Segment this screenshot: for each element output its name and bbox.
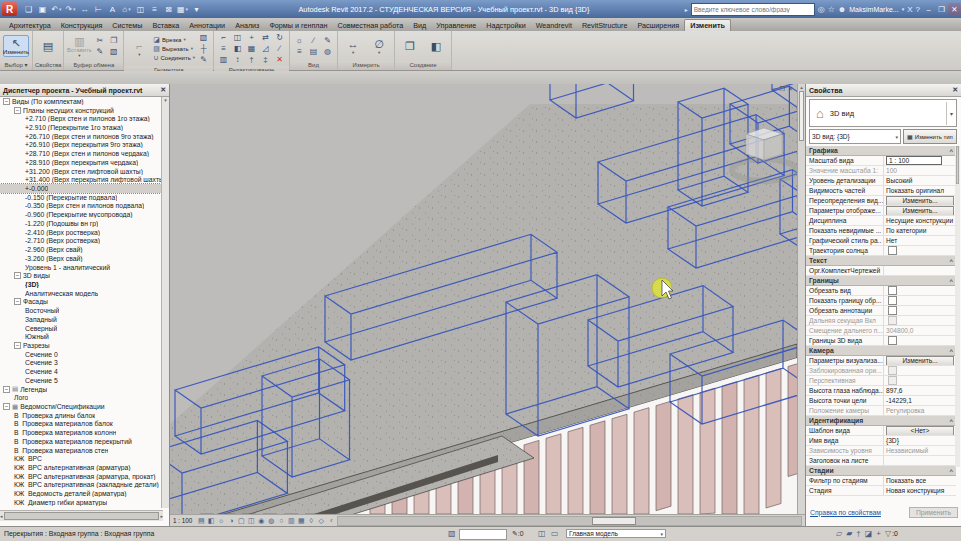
- cut-geometry-menu[interactable]: ◪Врезка▾: [153, 36, 195, 44]
- property-value[interactable]: Изменить...: [884, 196, 956, 205]
- ribbon-tab[interactable]: Аннотации: [184, 20, 230, 31]
- view-vertical-scrollbar[interactable]: ▴: [797, 84, 805, 514]
- sun-path-icon[interactable]: ☼: [216, 516, 226, 526]
- section-collapse-icon[interactable]: ^: [949, 148, 953, 154]
- browser-tree-item[interactable]: В_Проверка материалов стен: [0, 446, 163, 455]
- properties-section-header[interactable]: Камера^: [806, 346, 956, 356]
- type-selector[interactable]: ⌂ 3D вид ▾: [809, 99, 957, 127]
- create-assembly-button[interactable]: ◧: [424, 39, 448, 53]
- ribbon-tab[interactable]: Вставка: [147, 20, 184, 31]
- modify-button[interactable]: ↖Изменить: [3, 35, 29, 57]
- property-value[interactable]: -14229,1: [884, 396, 956, 405]
- property-checkbox[interactable]: [888, 296, 897, 305]
- design-options-icon[interactable]: ▭: [551, 529, 559, 538]
- thin-lines-icon[interactable]: ≡: [148, 3, 161, 15]
- exchange-apps-icon[interactable]: X: [907, 5, 912, 14]
- temporary-hide-isolate-icon[interactable]: ◍: [266, 516, 276, 526]
- ribbon-tab[interactable]: Weandrevit: [531, 20, 577, 31]
- browser-tree-item[interactable]: +31.400 (Верх перекрытия лифтовой шахты): [0, 175, 163, 184]
- project-browser-header[interactable]: Диспетчер проекта - Учебный проект.rvt ✕: [0, 84, 169, 97]
- chevron-down-icon[interactable]: ▾: [946, 102, 956, 125]
- match-properties-icon[interactable]: ▧: [108, 47, 120, 56]
- browser-tree-item[interactable]: В_Проверка длины балок: [0, 411, 163, 420]
- minimize-button[interactable]: –: [922, 3, 935, 15]
- array-icon[interactable]: ▦: [246, 44, 258, 53]
- reveal-hidden-elements-icon[interactable]: ○: [276, 516, 286, 526]
- copy-icon[interactable]: ❐: [108, 36, 120, 45]
- hidden-lines-icon[interactable]: ∕: [308, 36, 320, 45]
- chevron-down-icon[interactable]: ▾: [186, 6, 189, 12]
- close-icon[interactable]: ✕: [160, 86, 166, 94]
- ribbon-panel-title[interactable]: Буфер обмена: [64, 61, 123, 70]
- tree-expand-icon[interactable]: −: [14, 107, 21, 114]
- browser-tree-item[interactable]: +26.710 (Верх стен и пилонов 9го этажа): [0, 132, 163, 141]
- section-collapse-icon[interactable]: ^: [949, 258, 953, 264]
- filter-icon[interactable]: ▽: [885, 529, 891, 538]
- crop-view-icon[interactable]: ▢: [236, 516, 246, 526]
- ribbon-tab[interactable]: RevitStructure: [577, 20, 633, 31]
- property-checkbox[interactable]: [888, 306, 897, 315]
- browser-tree-item[interactable]: -2.960 (Верх свай): [0, 245, 163, 254]
- tree-expand-icon[interactable]: −: [3, 386, 10, 393]
- browser-tree-item[interactable]: Сечение 5: [0, 376, 163, 385]
- browser-tree-item[interactable]: Восточный: [0, 306, 163, 315]
- browser-tree-item[interactable]: В_Проверка материалов балок: [0, 420, 163, 429]
- ribbon-panel-title[interactable]: Выбор ▾: [0, 61, 32, 70]
- dimension-button[interactable]: ∅▾: [367, 37, 391, 56]
- model-canvas[interactable]: [170, 84, 797, 514]
- browser-tree-item[interactable]: КЖ_ВРС: [0, 454, 163, 463]
- browser-tree-item[interactable]: +2.710 (Верх стен и пилонов 1го этажа): [0, 114, 163, 123]
- property-value[interactable]: Высокий: [884, 176, 956, 185]
- extend-icon[interactable]: ↕: [232, 55, 244, 64]
- browser-tree-item[interactable]: −Фасады: [0, 298, 163, 307]
- browser-tree-item[interactable]: Уровень 1 - аналитический: [0, 263, 163, 272]
- customize-qat-icon[interactable]: ▾: [190, 3, 203, 15]
- paint-icon[interactable]: ▧: [198, 33, 210, 42]
- browser-tree-item[interactable]: −3D виды: [0, 271, 163, 280]
- properties-section-header[interactable]: Идентификация^: [806, 416, 956, 426]
- scale-icon[interactable]: ◿: [260, 44, 272, 53]
- property-input[interactable]: 1 : 100: [886, 156, 942, 165]
- property-checkbox[interactable]: [888, 246, 897, 255]
- ribbon-panel-title[interactable]: Измерить: [338, 61, 394, 70]
- browser-tree-item[interactable]: -2.710 (Верх ростверка): [0, 237, 163, 246]
- ribbon-tab[interactable]: Изменить: [684, 19, 731, 31]
- browser-tree-item[interactable]: КЖ_Диаметр гибки арматуры: [0, 498, 163, 507]
- browser-tree-item[interactable]: -2.410 (Верх ростверка): [0, 228, 163, 237]
- split-icon[interactable]: ≡: [218, 44, 230, 53]
- property-value[interactable]: [884, 366, 956, 375]
- tree-expand-icon[interactable]: −: [3, 98, 10, 105]
- property-checkbox[interactable]: [888, 316, 897, 325]
- property-edit-button[interactable]: Изменить...: [886, 356, 954, 365]
- delete-icon[interactable]: ✕: [274, 55, 286, 64]
- highlight-displacement-icon[interactable]: ◇: [316, 516, 326, 526]
- open-icon[interactable]: ❏: [22, 3, 35, 15]
- split-gap-icon[interactable]: ∕: [274, 44, 286, 53]
- browser-tree-item[interactable]: В_Проверка материалов колонн: [0, 428, 163, 437]
- undo-icon[interactable]: ↶▾: [50, 3, 63, 15]
- show-crop-icon[interactable]: ◫: [246, 516, 256, 526]
- save-icon[interactable]: ▣: [36, 3, 49, 15]
- measure-icon[interactable]: ↔: [78, 3, 91, 15]
- section-collapse-icon[interactable]: ^: [949, 278, 953, 284]
- browser-tree-item[interactable]: {3D}: [0, 280, 163, 289]
- ribbon-tab[interactable]: Совместная работа: [332, 20, 408, 31]
- property-value[interactable]: Показать все: [884, 476, 956, 485]
- section-collapse-icon[interactable]: ^: [949, 468, 953, 474]
- search-input[interactable]: [691, 3, 815, 16]
- tree-expand-icon[interactable]: −: [14, 272, 21, 279]
- temporary-view-properties-icon[interactable]: ▦: [296, 516, 306, 526]
- property-checkbox[interactable]: [888, 366, 897, 375]
- browser-vertical-scrollbar[interactable]: ▾: [161, 97, 169, 508]
- view-restore-icon[interactable]: ❐: [780, 85, 785, 92]
- select-links-icon[interactable]: ▱: [836, 529, 842, 538]
- browser-horizontal-scrollbar[interactable]: ◂ ▸: [0, 510, 163, 521]
- properties-header[interactable]: Свойства ✕: [806, 84, 961, 97]
- drag-on-selection-icon[interactable]: +: [876, 529, 881, 538]
- browser-tree-item[interactable]: −▤Легенды: [0, 385, 163, 394]
- property-checkbox[interactable]: [888, 376, 897, 385]
- property-value[interactable]: [884, 286, 956, 295]
- property-value[interactable]: Регулировка: [884, 406, 956, 415]
- align-icon[interactable]: ⌐: [218, 33, 230, 42]
- scroll-thumb[interactable]: [956, 146, 959, 184]
